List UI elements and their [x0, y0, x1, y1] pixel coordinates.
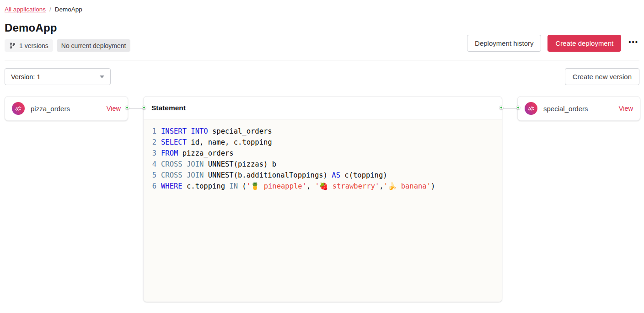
- line-number: 2: [144, 137, 156, 148]
- git-branch-icon: [9, 42, 16, 49]
- source-stream-name: pizza_orders: [31, 105, 101, 113]
- connection-dot: [516, 106, 520, 109]
- code-line: 5CROSS JOIN UNNEST(b.additionalToppings)…: [144, 170, 502, 181]
- page-title: DemoApp: [5, 22, 130, 34]
- connector-line: [501, 108, 518, 109]
- deployment-history-button[interactable]: Deployment history: [467, 35, 541, 52]
- code-line: 1INSERT INTO special_orders: [144, 126, 502, 137]
- statement-title: Statement: [151, 104, 186, 112]
- page: All applications / DemoApp DemoApp 1: [0, 0, 644, 302]
- source-stream-card[interactable]: pizza_orders View: [5, 96, 128, 121]
- status-chips: 1 versions No current deployment: [5, 39, 130, 52]
- versions-badge: 1 versions: [5, 39, 53, 52]
- version-selector-value: Version: 1: [11, 73, 41, 81]
- sink-view-link[interactable]: View: [619, 105, 633, 112]
- breadcrumb-separator: /: [49, 6, 51, 13]
- app-header-left: DemoApp 1 versions No current deployme: [5, 22, 130, 52]
- header-actions: Deployment history Create deployment •••: [467, 35, 639, 52]
- code-line: 6WHERE c.topping IN ('🍍 pineapple', '🍓 s…: [144, 181, 502, 192]
- header-divider: [5, 60, 639, 60]
- breadcrumb: All applications / DemoApp: [5, 0, 639, 13]
- breadcrumb-current: DemoApp: [55, 6, 82, 13]
- code-line: 3FROM pizza_orders: [144, 148, 502, 159]
- code-line: 4CROSS JOIN UNNEST(pizzas) b: [144, 159, 502, 170]
- sink-stream-card[interactable]: special_orders View: [517, 96, 640, 121]
- stream-icon: [525, 102, 537, 115]
- statement-card: Statement 1INSERT INTO special_orders2SE…: [143, 96, 502, 302]
- deployment-status-label: No current deployment: [61, 42, 126, 49]
- connection-dot: [125, 106, 129, 109]
- stream-icon: [12, 102, 25, 115]
- deployment-status-badge: No current deployment: [57, 39, 131, 52]
- version-toolbar: Version: 1 Create new version: [5, 68, 639, 85]
- connector-right: [502, 96, 517, 121]
- line-number: 6: [144, 181, 156, 192]
- app-header: DemoApp 1 versions No current deployme: [5, 22, 639, 52]
- source-view-link[interactable]: View: [107, 105, 121, 112]
- connection-dot: [142, 106, 146, 109]
- breadcrumb-all-applications-link[interactable]: All applications: [5, 6, 46, 13]
- connector-line: [127, 108, 144, 109]
- line-number: 1: [144, 126, 156, 137]
- chevron-down-icon: [100, 76, 104, 78]
- line-number: 4: [144, 159, 156, 170]
- line-number: 5: [144, 170, 156, 181]
- code-line: 2SELECT id, name, c.topping: [144, 137, 502, 148]
- line-number: 3: [144, 148, 156, 159]
- more-menu-button[interactable]: •••: [628, 36, 639, 48]
- sink-stream-name: special_orders: [543, 105, 613, 113]
- sql-code[interactable]: 1INSERT INTO special_orders2SELECT id, n…: [144, 119, 502, 302]
- pipeline-canvas: pizza_orders View Statement 1INSERT INTO…: [5, 96, 639, 302]
- connection-dot: [499, 106, 503, 109]
- create-deployment-button[interactable]: Create deployment: [547, 35, 621, 52]
- version-selector[interactable]: Version: 1: [5, 68, 111, 85]
- create-new-version-button[interactable]: Create new version: [565, 68, 639, 85]
- versions-badge-label: 1 versions: [19, 42, 48, 49]
- connector-left: [128, 96, 143, 121]
- statement-header: Statement: [144, 97, 502, 119]
